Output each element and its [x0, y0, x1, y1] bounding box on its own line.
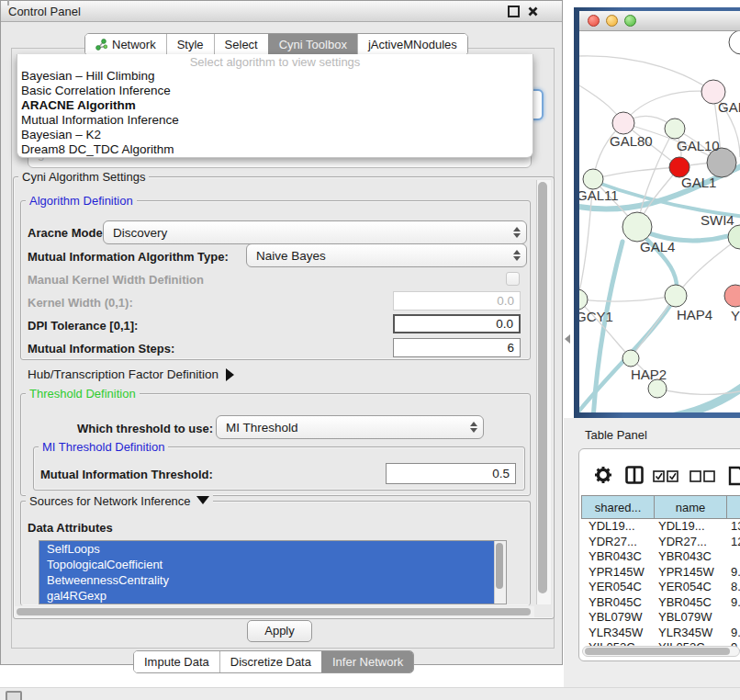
table-row[interactable]: YBL079WYBL079W [581, 610, 740, 626]
node-unlabeled[interactable] [648, 379, 667, 398]
manual-kernel-width-checkbox[interactable] [506, 272, 520, 286]
tab-discretize-data[interactable]: Discretize Data [219, 651, 321, 672]
tab-label: jActiveMNodules [368, 38, 457, 51]
tab-label: Cyni Toolbox [279, 38, 347, 51]
tab-label: Infer Network [332, 655, 403, 669]
node-label-GAL4: GAL4 [640, 239, 675, 254]
attributes-list-scrollbar-thumb[interactable] [496, 543, 503, 589]
network-view-window: GALGAL80GAL10GAL1GAL11SWI4GAL4GCY1HAP4YH… [574, 7, 740, 418]
tab-label: Style [177, 38, 204, 51]
node-GAL10[interactable] [665, 119, 685, 139]
close-icon[interactable] [528, 6, 538, 17]
node-Y[interactable] [724, 285, 740, 307]
tab-label: Network [112, 38, 156, 51]
tab-jactivemnodules[interactable]: jActiveMNodules [357, 34, 467, 55]
cell-name: YDL19... [655, 519, 727, 535]
tab-select[interactable]: Select [214, 34, 268, 55]
node-GCY1[interactable] [579, 289, 588, 310]
which-threshold-label: Which threshold to use: [77, 422, 213, 435]
control-panel-titlebar: Control Panel [1, 1, 562, 22]
tab-style[interactable]: Style [166, 34, 214, 55]
network-canvas[interactable]: GALGAL80GAL10GAL1GAL11SWI4GAL4GCY1HAP4YH… [579, 31, 740, 412]
new-table-icon[interactable] [728, 466, 740, 490]
node-label-GAL11: GAL11 [579, 187, 619, 203]
cell-shared-name: YBR045C [581, 595, 655, 611]
kernel-width-field[interactable]: 0.0 [393, 291, 521, 310]
algorithm-option[interactable]: Bayesian – Hill Climbing [17, 69, 533, 84]
table-row[interactable]: YER054CYER054C8. [581, 580, 740, 595]
attribute-option[interactable]: BetweennessCentrality [39, 572, 506, 588]
attribute-option[interactable]: gal4RGexp [39, 588, 506, 604]
node-GAL4[interactable] [622, 212, 652, 242]
node-label-HAP2: HAP2 [631, 367, 667, 382]
panel-splitter-arrow-icon[interactable] [565, 334, 570, 344]
settings-horizontal-scrollbar-thumb[interactable] [17, 608, 531, 615]
top-left-tick [7, 0, 9, 6]
table-body: YDL19...YDL19...13YDR27...YDR27...12YBR0… [581, 519, 740, 656]
node-GAL11[interactable] [583, 169, 603, 189]
cell-value: 9. [727, 626, 740, 641]
aracne-mode-combo[interactable]: Discovery [103, 220, 527, 244]
apply-button[interactable]: Apply [247, 620, 312, 642]
mi-algorithm-type-combo[interactable]: Naive Bayes [246, 243, 527, 267]
node-GAL80[interactable] [612, 112, 634, 134]
mac-zoom-icon[interactable] [624, 15, 636, 27]
split-panes-icon[interactable] [625, 466, 644, 488]
table-row[interactable]: YLR345WYLR345W9. [581, 626, 740, 641]
combo-arrows-icon [508, 250, 526, 261]
tab-impute-data[interactable]: Impute Data [134, 651, 219, 672]
which-threshold-combo[interactable]: MI Threshold [216, 415, 484, 439]
tab-network[interactable]: Network [85, 34, 166, 55]
unchecked-columns-icon[interactable] [690, 469, 715, 486]
table-row[interactable]: YBR045CYBR045C9. [581, 595, 740, 611]
node-unlabeled[interactable] [729, 31, 740, 54]
algorithm-option[interactable]: ARACNE Algorithm [17, 98, 533, 113]
sources-legend[interactable]: Sources for Network Inference [26, 494, 213, 508]
attribute-option[interactable]: TopologicalCoefficient [39, 557, 506, 572]
column-header[interactable] [727, 495, 740, 519]
settings-vertical-scrollbar-thumb[interactable] [538, 182, 547, 593]
node-label-GAL: GAL [718, 99, 740, 115]
minimized-panel-icon[interactable] [6, 691, 22, 700]
dpi-tolerance-field[interactable]: 0.0 [393, 314, 521, 333]
node-HAP4[interactable] [665, 285, 687, 307]
algorithm-option[interactable]: Bayesian – K2 [17, 128, 533, 142]
node-label-GAL80: GAL80 [610, 133, 653, 149]
settings-gear-icon[interactable] [594, 466, 612, 488]
node-label-Y: Y [731, 308, 740, 323]
table-row[interactable]: YBR043CYBR043C [581, 549, 740, 565]
node-HAP2[interactable] [622, 350, 639, 367]
algorithm-dropdown-list: Bayesian – Hill ClimbingBasic Correlatio… [17, 69, 533, 157]
mac-minimize-icon[interactable] [606, 15, 618, 27]
cell-name: YDR27... [655, 535, 727, 550]
tab-infer-network[interactable]: Infer Network [321, 651, 413, 672]
table-row[interactable]: YPR145WYPR145W9. [581, 565, 740, 581]
cell-shared-name: YLR345W [581, 626, 655, 641]
network-window-titlebar [579, 11, 740, 31]
data-attributes-label: Data Attributes [28, 521, 113, 535]
table-horizontal-scrollbar-thumb[interactable] [585, 648, 730, 655]
network-icon [95, 39, 107, 51]
mi-threshold-field[interactable]: 0.5 [386, 463, 516, 484]
mi-steps-field[interactable]: 6 [393, 338, 521, 357]
cyni-bottom-tabbar: Impute DataDiscretize DataInfer Network [133, 650, 414, 673]
hub-definition-toggle[interactable]: Hub/Transcription Factor Definition [28, 367, 234, 381]
tab-cyni-toolbox[interactable]: Cyni Toolbox [268, 34, 357, 55]
algorithm-option[interactable]: Basic Correlation Inference [17, 84, 533, 98]
attribute-option[interactable]: SelfLoops [39, 541, 506, 557]
data-attributes-list[interactable]: SelfLoopsTopologicalCoefficientBetweenne… [39, 540, 507, 604]
checked-columns-icon[interactable] [653, 469, 678, 486]
column-header[interactable]: name [655, 495, 727, 519]
table-row[interactable]: YDL19...YDL19...13 [581, 519, 740, 535]
restore-icon[interactable] [508, 6, 520, 17]
kernel-width-label: Kernel Width (0,1): [28, 296, 133, 310]
algorithm-option[interactable]: Mutual Information Inference [17, 113, 533, 128]
column-header[interactable]: shared... [581, 495, 655, 519]
algorithm-dropdown-hint: Select algorithm to view settings [17, 55, 533, 69]
mac-close-icon[interactable] [588, 15, 600, 27]
cell-name: YPR145W [655, 565, 727, 581]
table-horizontal-scrollbar[interactable] [582, 646, 740, 657]
algorithm-option[interactable]: Dream8 DC_TDC Algorithm [17, 142, 533, 157]
table-row[interactable]: YDR27...YDR27...12 [581, 535, 740, 550]
hub-definition-label: Hub/Transcription Factor Definition [28, 367, 219, 381]
